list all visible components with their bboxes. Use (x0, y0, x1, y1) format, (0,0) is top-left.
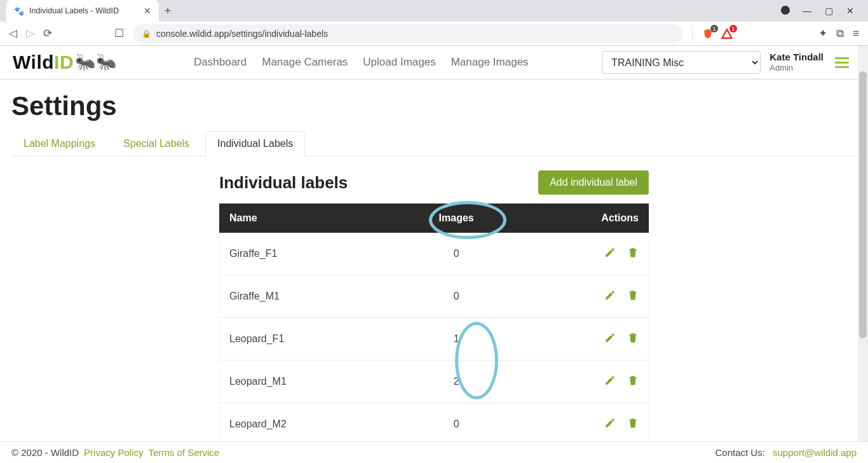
table-row: Leopard_M2 0 (219, 403, 649, 446)
footer-copyright: © 2020 - WildID (11, 447, 79, 458)
edit-icon[interactable] (604, 332, 616, 346)
window-maximize-icon[interactable]: ▢ (824, 6, 834, 17)
cell-images: 0 (394, 275, 519, 318)
footer-contact-label: Contact Us: (715, 447, 764, 458)
logo-id: ID (54, 52, 74, 73)
footer-privacy[interactable]: Privacy Policy (84, 447, 143, 458)
cell-images: 1 (394, 318, 519, 361)
nav-manage-images[interactable]: Manage Images (451, 56, 529, 69)
logo[interactable]: Wild ID 🐜🐜 (13, 52, 118, 73)
cell-images: 2 (394, 361, 519, 403)
nav-manage-cameras[interactable]: Manage Cameras (262, 56, 348, 69)
scrollbar-thumb[interactable] (859, 71, 867, 338)
user-role: Admin (770, 63, 824, 73)
edit-icon[interactable] (604, 417, 616, 431)
browser-menu-icon[interactable]: ≡ (853, 27, 859, 40)
footer: © 2020 - WildID Privacy Policy Terms of … (0, 441, 868, 463)
menu-icon[interactable] (832, 55, 851, 71)
add-individual-label-button[interactable]: Add individual label (538, 170, 649, 195)
table-row: Leopard_F1 1 (219, 318, 649, 361)
nav-forward-icon: ▷ (26, 27, 34, 40)
project-select[interactable]: TRAINING Misc (602, 51, 761, 74)
app-nav: Dashboard Manage Cameras Upload Images M… (194, 56, 529, 69)
nav-dashboard[interactable]: Dashboard (194, 56, 247, 69)
table-row: Giraffe_M1 0 (219, 275, 649, 318)
labels-table: Name Images Actions Giraffe_F1 0 Giraffe… (219, 204, 649, 446)
page: Settings Label Mappings Special Labels I… (0, 91, 868, 455)
col-name: Name (219, 204, 394, 233)
delete-icon[interactable] (627, 375, 639, 389)
section-title: Individual labels (219, 173, 348, 193)
delete-icon[interactable] (627, 417, 639, 431)
extension-badge-1: 1 (710, 25, 718, 32)
cell-name: Giraffe_F1 (219, 233, 394, 275)
cell-name: Leopard_M1 (219, 361, 394, 403)
new-tab-button[interactable]: + (159, 2, 177, 20)
window-minimize-icon[interactable]: — (802, 6, 812, 17)
delete-icon[interactable] (627, 332, 639, 346)
extension-badge-2: 1 (729, 25, 737, 32)
cell-name: Leopard_M2 (219, 403, 394, 446)
edit-icon[interactable] (604, 289, 616, 303)
page-title: Settings (11, 91, 857, 121)
nav-reload-icon[interactable]: ⟳ (43, 27, 52, 40)
nav-upload-images[interactable]: Upload Images (363, 56, 435, 69)
footer-terms[interactable]: Terms of Service (148, 447, 219, 458)
lock-icon: 🔒 (142, 29, 151, 38)
col-images: Images (394, 204, 519, 233)
user-name: Kate Tindall (770, 52, 824, 64)
settings-tabs: Label Mappings Special Labels Individual… (11, 130, 857, 156)
extension-brave-icon[interactable]: 1 (702, 27, 714, 40)
url-bar[interactable]: 🔒 console.wildid.app/settings/individual… (133, 24, 683, 43)
tab-special-labels[interactable]: Special Labels (111, 131, 201, 156)
scrollbar[interactable] (858, 46, 868, 463)
cell-name: Giraffe_M1 (219, 275, 394, 318)
user-block[interactable]: Kate Tindall Admin (770, 52, 824, 74)
incognito-icon[interactable] (780, 6, 790, 17)
edit-icon[interactable] (604, 247, 616, 261)
tab-label-mappings[interactable]: Label Mappings (11, 131, 107, 156)
tab-title: Individual Labels - WildID (29, 6, 139, 15)
table-row: Leopard_M1 2 (219, 361, 649, 403)
col-actions: Actions (519, 204, 649, 233)
window-close-icon[interactable]: ✕ (845, 6, 855, 17)
url-text: console.wildid.app/settings/individual-l… (156, 29, 328, 39)
edit-icon[interactable] (604, 375, 616, 389)
nav-back-icon[interactable]: ◁ (9, 27, 17, 40)
logo-wild: Wild (13, 52, 54, 73)
table-row: Giraffe_F1 0 (219, 233, 649, 275)
cell-images: 0 (394, 233, 519, 275)
downloads-icon[interactable]: ⧉ (836, 27, 844, 40)
footer-contact-email[interactable]: support@wildid.app (773, 447, 857, 458)
delete-icon[interactable] (627, 289, 639, 303)
cell-images: 0 (394, 403, 519, 446)
bookmark-icon[interactable]: ☐ (114, 27, 124, 40)
tab-individual-labels[interactable]: Individual Labels (205, 131, 305, 156)
delete-icon[interactable] (627, 247, 639, 261)
tab-favicon: 🐾 (14, 7, 24, 15)
app-header: Wild ID 🐜🐜 Dashboard Manage Cameras Uplo… (0, 46, 868, 79)
logo-bugs-icon: 🐜🐜 (75, 52, 116, 72)
browser-tab[interactable]: 🐾 Individual Labels - WildID ✕ (6, 0, 159, 22)
tab-close-icon[interactable]: ✕ (144, 6, 151, 16)
extensions-icon[interactable]: ✦ (818, 27, 827, 40)
separator (692, 27, 693, 41)
cell-name: Leopard_F1 (219, 318, 394, 361)
extension-triangle-icon[interactable]: 1 (721, 27, 733, 40)
